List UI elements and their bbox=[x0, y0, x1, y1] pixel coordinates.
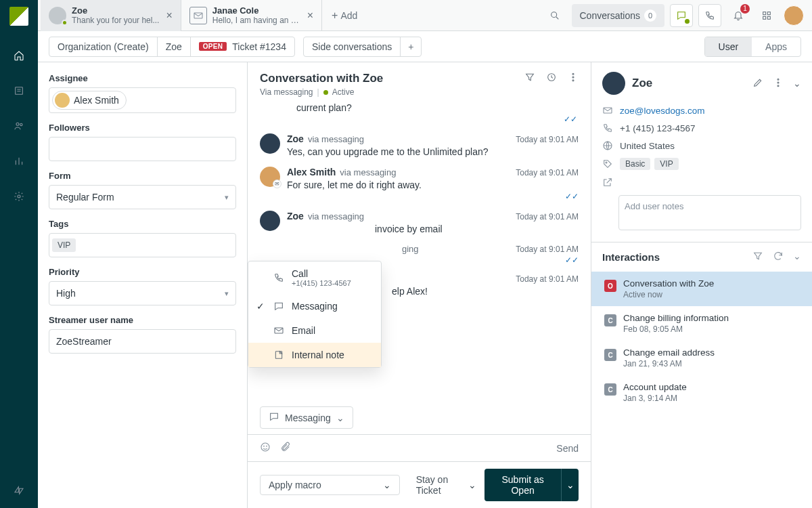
message-body: Yes, can you upgrade me to the Unlimited… bbox=[287, 146, 579, 157]
me-avatar[interactable] bbox=[784, 5, 804, 26]
message-time: Today at 9:01 AM bbox=[516, 212, 579, 221]
attachment-icon[interactable] bbox=[280, 442, 291, 454]
workspace-tab-janae[interactable]: Janae Cole Hello, I am having an is... × bbox=[181, 0, 322, 31]
channel-select-button[interactable]: Messaging ⌄ bbox=[260, 406, 353, 429]
close-icon[interactable]: × bbox=[307, 9, 313, 22]
edit-icon[interactable] bbox=[752, 77, 763, 90]
phone-icon bbox=[273, 272, 285, 283]
message-sender: Zoe bbox=[287, 133, 304, 144]
side-conversations-button[interactable]: Side conversations bbox=[304, 37, 401, 56]
send-button[interactable]: Send bbox=[556, 443, 579, 454]
channel-option-email[interactable]: Email bbox=[248, 318, 381, 343]
svg-rect-8 bbox=[763, 16, 766, 19]
option-sublabel: +1(415) 123-4567 bbox=[292, 279, 351, 287]
followers-field[interactable] bbox=[49, 137, 236, 161]
more-vertical-icon[interactable] bbox=[568, 72, 579, 85]
filter-icon[interactable] bbox=[752, 251, 763, 263]
channel-option-call[interactable]: Call+1(415) 123-4567 bbox=[248, 261, 381, 294]
message-time: Today at 9:01 AM bbox=[516, 245, 579, 254]
stay-on-ticket-button[interactable]: Stay on Ticket ⌄ bbox=[416, 474, 476, 496]
zendesk-icon[interactable] bbox=[11, 482, 27, 499]
svg-point-21 bbox=[777, 85, 779, 86]
breadcrumb-user[interactable]: Zoe bbox=[158, 37, 191, 56]
tab-title: Janae Cole bbox=[212, 5, 300, 16]
status-dot bbox=[323, 90, 328, 95]
search-icon[interactable] bbox=[543, 4, 566, 27]
avatar bbox=[49, 7, 66, 24]
ticket-label: Ticket #1234 bbox=[232, 41, 286, 52]
nav-home-icon[interactable] bbox=[11, 47, 27, 64]
apps-grid-icon[interactable] bbox=[755, 4, 778, 27]
phone-icon bbox=[602, 123, 613, 133]
option-label: Internal note bbox=[292, 350, 344, 360]
globe-icon bbox=[602, 140, 613, 151]
add-tab-label: Add bbox=[340, 10, 357, 21]
add-tab-button[interactable]: + Add bbox=[322, 9, 367, 22]
nav-views-icon[interactable] bbox=[11, 83, 27, 99]
assignee-name: Alex Smith bbox=[74, 95, 119, 106]
history-icon[interactable] bbox=[546, 72, 557, 85]
nav-reports-icon[interactable] bbox=[11, 153, 27, 169]
tags-field[interactable]: VIP bbox=[49, 233, 236, 257]
svg-point-1 bbox=[16, 123, 19, 125]
user-tag[interactable]: Basic bbox=[620, 158, 650, 170]
conversations-button[interactable]: Conversations 0 bbox=[572, 4, 665, 27]
svg-point-2 bbox=[20, 123, 22, 125]
plus-icon: + bbox=[332, 9, 338, 22]
svg-point-20 bbox=[777, 82, 779, 83]
svg-point-3 bbox=[18, 195, 20, 198]
svg-rect-6 bbox=[763, 12, 766, 14]
status-badge: C bbox=[604, 349, 616, 361]
interaction-item[interactable]: C Change billing informationFeb 08, 9:05… bbox=[591, 306, 812, 341]
channel-option-internal-note[interactable]: Internal note bbox=[248, 343, 381, 367]
form-select[interactable]: Regular Form ▾ bbox=[49, 185, 236, 209]
breadcrumb-ticket[interactable]: OPEN Ticket #1234 bbox=[191, 37, 294, 56]
avatar: ✉ bbox=[260, 167, 280, 187]
phone-icon[interactable] bbox=[698, 4, 721, 27]
notification-bell-icon[interactable]: 1 bbox=[727, 4, 750, 27]
apply-macro-select[interactable]: Apply macro ⌄ bbox=[260, 475, 400, 495]
streamer-text[interactable] bbox=[56, 336, 229, 347]
priority-select[interactable]: High ▾ bbox=[49, 281, 236, 305]
status-badge: C bbox=[604, 314, 616, 326]
refresh-icon[interactable] bbox=[773, 251, 784, 263]
user-email[interactable]: zoe@lovesdogs.com bbox=[620, 106, 705, 116]
svg-point-16 bbox=[261, 443, 269, 451]
more-vertical-icon[interactable] bbox=[773, 77, 784, 90]
toggle-apps[interactable]: Apps bbox=[752, 37, 800, 56]
assignee-chip[interactable]: Alex Smith bbox=[52, 91, 127, 110]
nav-settings-icon[interactable] bbox=[11, 188, 27, 205]
tag-chip[interactable]: VIP bbox=[52, 238, 76, 252]
filter-icon[interactable] bbox=[524, 72, 535, 85]
streamer-input[interactable] bbox=[49, 329, 236, 354]
external-link-icon[interactable] bbox=[602, 177, 613, 188]
chevron-down-icon[interactable]: ⌄ bbox=[793, 251, 801, 263]
user-notes-input[interactable] bbox=[618, 195, 801, 230]
close-icon[interactable]: × bbox=[166, 9, 172, 22]
assignee-field[interactable]: Alex Smith bbox=[49, 87, 236, 113]
svg-point-18 bbox=[267, 446, 267, 446]
breadcrumb-org[interactable]: Organization (Create) bbox=[49, 37, 158, 56]
channel-option-messaging[interactable]: ✓ Messaging bbox=[248, 294, 381, 318]
user-location: United States bbox=[620, 141, 675, 151]
tab-subtitle: Thank you for your hel... bbox=[72, 16, 159, 25]
chat-icon bbox=[269, 411, 279, 424]
interaction-item[interactable]: O Conversation with ZoeActive now bbox=[591, 272, 812, 306]
user-tag[interactable]: VIP bbox=[654, 158, 678, 170]
chat-icon[interactable] bbox=[670, 4, 693, 27]
interaction-item[interactable]: C Change email addressJan 21, 9:43 AM bbox=[591, 341, 812, 375]
svg-point-5 bbox=[551, 12, 556, 17]
nav-customers-icon[interactable] bbox=[11, 118, 27, 134]
chevron-down-icon[interactable]: ⌄ bbox=[793, 78, 801, 89]
interaction-item[interactable]: C Account updateJan 3, 9:14 AM bbox=[591, 375, 812, 410]
add-side-conversation-button[interactable]: + bbox=[401, 37, 421, 56]
toggle-user[interactable]: User bbox=[705, 37, 752, 56]
submit-dropdown-button[interactable]: ⌄ bbox=[561, 469, 579, 501]
emoji-icon[interactable] bbox=[260, 442, 271, 454]
svg-rect-0 bbox=[16, 87, 23, 95]
submit-button[interactable]: Submit as Open bbox=[484, 469, 561, 501]
workspace-tab-zoe[interactable]: Zoe Thank you for your hel... × bbox=[41, 0, 181, 31]
brand-logo[interactable] bbox=[9, 7, 28, 26]
envelope-icon bbox=[273, 325, 285, 336]
message-row: Zoe via messaging Today at 9:01 AM invoi… bbox=[260, 211, 579, 234]
